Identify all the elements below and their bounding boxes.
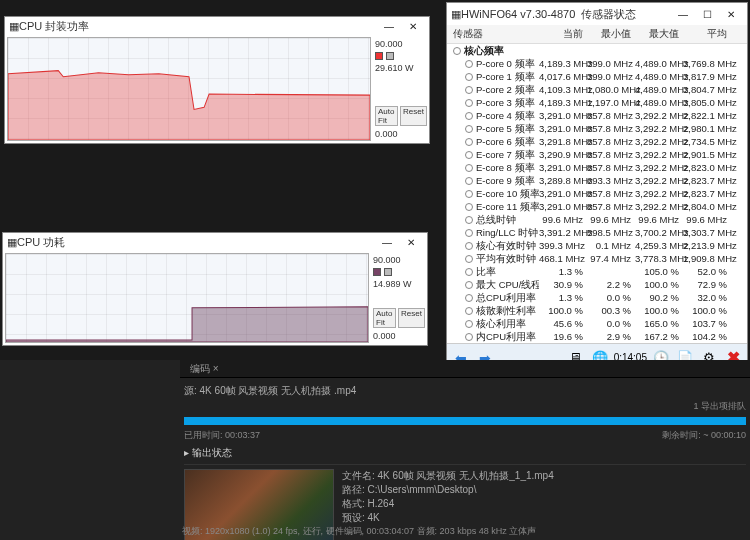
sensor-row[interactable]: P-core 6 频率3,291.8 MHz857.8 MHz3,292.2 M… <box>447 135 747 148</box>
graph2-max: 90.000 <box>373 255 425 265</box>
sensor-row[interactable]: Ring/LLC 时钟3,391.2 MHz598.5 MHz3,700.2 M… <box>447 226 747 239</box>
meta-path-label: 路径: <box>342 484 365 495</box>
col-sensor[interactable]: 传感器 <box>449 27 539 41</box>
source-line: 源: 4K 60帧 风景视频 无人机拍摄 .mp4 <box>184 382 746 400</box>
encoder-panel: 编码 × 源: 4K 60帧 风景视频 无人机拍摄 .mp4 1 导出项排队 已… <box>0 360 750 540</box>
sensor-row[interactable]: P-core 2 频率4,109.3 MHz1,080.0 MHz4,489.0… <box>447 83 747 96</box>
minimize-button[interactable]: — <box>671 4 695 24</box>
graph1-plot <box>7 37 371 141</box>
graph2-reset[interactable]: Reset <box>398 308 425 328</box>
col-avg[interactable]: 平均 <box>683 27 731 41</box>
cpu-power-graph: ▦ CPU 功耗 — ✕ 90.000 14.989 W Auto Fit Re… <box>2 232 428 346</box>
sensor-row[interactable]: 核心有效时钟399.3 MHz0.1 MHz4,259.3 MHz2,213.9… <box>447 239 747 252</box>
meta-preset-label: 预设: <box>342 512 365 523</box>
app-icon: ▦ <box>451 8 461 21</box>
sensor-row[interactable]: 比率1.3 %105.0 %52.0 % <box>447 265 747 278</box>
hwinfo-title-text: HWiNFO64 v7.30-4870 <box>461 8 575 20</box>
sensor-row[interactable]: P-core 3 频率4,189.3 MHz1,197.0 MHz4,489.0… <box>447 96 747 109</box>
sensor-row[interactable]: P-core 5 频率3,291.0 MHz857.8 MHz3,292.2 M… <box>447 122 747 135</box>
graph1-title: CPU 封装功率 <box>19 19 89 34</box>
sensor-row[interactable]: P-core 1 频率4,017.6 MHz399.0 MHz4,489.0 M… <box>447 70 747 83</box>
sensor-row[interactable]: P-core 0 频率4,189.3 MHz399.0 MHz4,489.0 M… <box>447 57 747 70</box>
queue-badge: 1 导出项排队 <box>184 400 746 413</box>
graph1-value: 29.610 W <box>375 63 427 73</box>
graph2-legend: 90.000 14.989 W Auto Fit Reset 0.000 <box>371 251 427 345</box>
graph1-close[interactable]: ✕ <box>401 16 425 36</box>
graph2-plot <box>5 253 369 343</box>
col-current[interactable]: 当前 <box>539 27 587 41</box>
graph1-autofit[interactable]: Auto Fit <box>375 106 398 126</box>
sensor-row[interactable]: E-core 7 频率3,290.9 MHz857.8 MHz3,292.2 M… <box>447 148 747 161</box>
sensor-row[interactable]: 核心频率 <box>447 44 747 57</box>
sensor-row[interactable]: E-core 8 频率3,291.0 MHz857.8 MHz3,292.2 M… <box>447 161 747 174</box>
sensor-row[interactable]: 核心利用率45.6 %0.0 %165.0 %103.7 % <box>447 317 747 330</box>
hwinfo-rows[interactable]: 核心频率P-core 0 频率4,189.3 MHz399.0 MHz4,489… <box>447 44 747 343</box>
maximize-button[interactable]: ☐ <box>695 4 719 24</box>
graph2-minimize[interactable]: — <box>375 232 399 252</box>
meta-path: C:\Users\mmm\Desktop\ <box>368 484 477 495</box>
sensor-row[interactable]: E-core 9 频率3,289.8 MHz693.3 MHz3,292.2 M… <box>447 174 747 187</box>
hwinfo-subtitle: 传感器状态 <box>581 7 636 22</box>
graph2-min: 0.000 <box>373 331 425 341</box>
sensor-row[interactable]: E-core 10 频率3,291.0 MHz857.8 MHz3,292.2 … <box>447 187 747 200</box>
graph1-reset[interactable]: Reset <box>400 106 427 126</box>
swatch-gray <box>386 52 394 60</box>
graph2-value: 14.989 W <box>373 279 425 289</box>
col-max[interactable]: 最大值 <box>635 27 683 41</box>
sensor-row[interactable]: 核散剩性利率100.0 %00.3 %100.0 %100.0 % <box>447 304 747 317</box>
sensor-row[interactable]: 内CPU利用率19.6 %2.9 %167.2 %104.2 % <box>447 330 747 343</box>
cpu-package-power-graph: ▦ CPU 封装功率 — ✕ 90.000 29.610 W Auto Fit … <box>4 16 430 144</box>
output-label[interactable]: ▸ 输出状态 <box>184 446 746 460</box>
graph2-autofit[interactable]: Auto Fit <box>373 308 396 328</box>
meta-file-label: 文件名: <box>342 470 375 481</box>
graph2-title: CPU 功耗 <box>17 235 65 250</box>
encode-tab[interactable]: 编码 × <box>180 360 229 377</box>
progress-bar <box>184 417 746 425</box>
close-button[interactable]: ✕ <box>719 4 743 24</box>
swatch-gray2 <box>384 268 392 276</box>
graph1-min: 0.000 <box>375 129 427 139</box>
elapsed-label: 已用时间: <box>184 430 223 440</box>
col-min[interactable]: 最小值 <box>587 27 635 41</box>
swatch-purple <box>373 268 381 276</box>
meta-format: H.264 <box>368 498 395 509</box>
footer-info: 视频: 1920x1080 (1.0) 24 fps, 还行, 硬件编码, 00… <box>182 525 536 538</box>
sensor-row[interactable]: 最大 CPU/线程利...30.9 %2.2 %100.0 %72.9 % <box>447 278 747 291</box>
elapsed-value: 00:03:37 <box>225 430 260 440</box>
sensor-row[interactable]: 总线时钟99.6 MHz99.6 MHz99.6 MHz99.6 MHz <box>447 213 747 226</box>
sensor-row[interactable]: 平均有效时钟468.1 MHz97.4 MHz3,778.3 MHz1,909.… <box>447 252 747 265</box>
graph1-titlebar[interactable]: ▦ CPU 封装功率 — ✕ <box>5 17 429 35</box>
remain-value: ~ 00:00:10 <box>703 430 746 440</box>
meta-preset: 4K <box>368 512 380 523</box>
graph2-close[interactable]: ✕ <box>399 232 423 252</box>
swatch-red <box>375 52 383 60</box>
hwinfo-column-headers: 传感器 当前 最小值 最大值 平均 <box>447 25 747 44</box>
graph1-minimize[interactable]: — <box>377 16 401 36</box>
sensor-row[interactable]: E-core 11 频率3,291.0 MHz857.8 MHz3,292.2 … <box>447 200 747 213</box>
graph2-titlebar[interactable]: ▦ CPU 功耗 — ✕ <box>3 233 427 251</box>
remain-label: 剩余时间: <box>662 430 701 440</box>
sensor-row[interactable]: 总CPU利用率1.3 %0.0 %90.2 %32.0 % <box>447 291 747 304</box>
graph1-legend: 90.000 29.610 W Auto Fit Reset 0.000 <box>373 35 429 143</box>
meta-format-label: 格式: <box>342 498 365 509</box>
hwinfo-titlebar[interactable]: ▦ HWiNFO64 v7.30-4870 传感器状态 — ☐ ✕ <box>447 3 747 25</box>
hwinfo-window: ▦ HWiNFO64 v7.30-4870 传感器状态 — ☐ ✕ 传感器 当前… <box>446 2 748 372</box>
sensor-row[interactable]: P-core 4 频率3,291.0 MHz857.8 MHz3,292.2 M… <box>447 109 747 122</box>
graph1-max: 90.000 <box>375 39 427 49</box>
meta-file: 4K 60帧 风景视频 无人机拍摄_1_1.mp4 <box>378 470 554 481</box>
